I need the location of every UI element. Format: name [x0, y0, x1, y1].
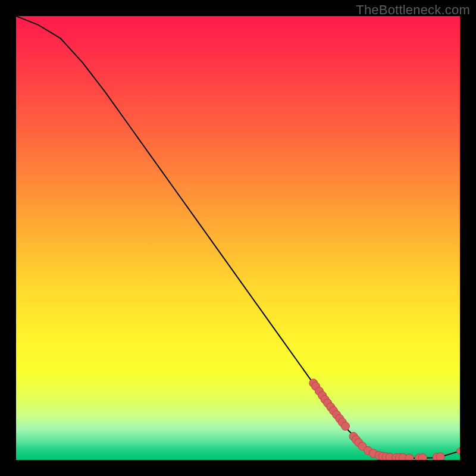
data-point: [418, 453, 427, 460]
chart-root: TheBottleneck.com: [0, 0, 476, 476]
data-point: [405, 454, 414, 460]
plot-area: [16, 16, 460, 460]
data-point: [457, 448, 461, 455]
data-point: [436, 453, 444, 460]
data-point: [342, 422, 350, 430]
cluster-points-group: [309, 379, 460, 460]
chart-svg: [16, 16, 460, 460]
curve-line: [16, 16, 460, 458]
